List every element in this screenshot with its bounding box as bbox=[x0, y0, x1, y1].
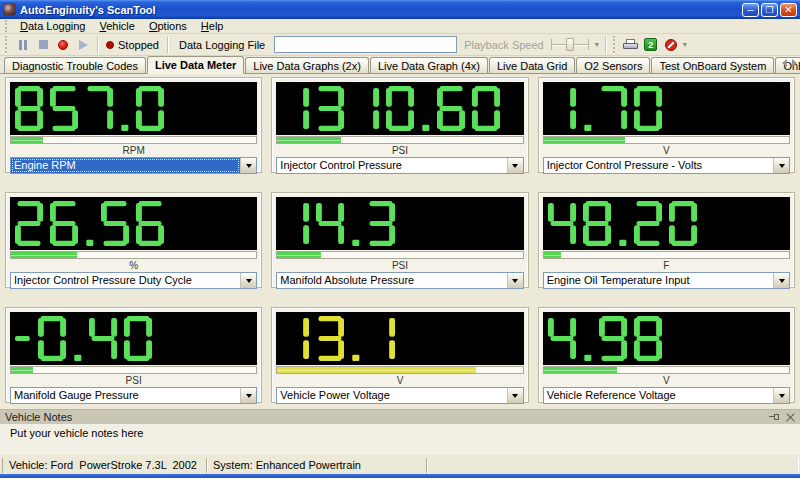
toolbar-grip bbox=[613, 36, 618, 53]
lcd-digit bbox=[89, 316, 117, 361]
restore-button[interactable]: ❐ bbox=[761, 3, 778, 17]
minimize-button[interactable]: ─ bbox=[742, 3, 759, 17]
print-button[interactable] bbox=[621, 36, 641, 54]
playback-speed-label: Playback Speed bbox=[459, 39, 549, 51]
meter-source-value: Injector Control Pressure - Volts bbox=[544, 158, 773, 173]
stop-button[interactable] bbox=[33, 36, 53, 54]
close-button[interactable]: ✕ bbox=[780, 3, 797, 17]
record-icon bbox=[58, 40, 68, 50]
status-bar: Vehicle: Ford PowerStroke 7.3L 2002 Syst… bbox=[0, 455, 800, 474]
close-icon[interactable] bbox=[786, 413, 795, 422]
meter-source-select[interactable]: Injector Control Pressure Duty Cycle bbox=[10, 272, 257, 289]
meter-source-select[interactable]: Engine Oil Temperature Input bbox=[543, 272, 790, 289]
meter-panel: % Injector Control Pressure Duty Cycle bbox=[5, 192, 262, 288]
vehicle-notes-body[interactable]: Put your vehicle notes here bbox=[0, 424, 800, 456]
lcd-digit bbox=[599, 316, 627, 361]
meter-source-select[interactable]: Manifold Gauge Pressure bbox=[10, 387, 257, 404]
meter-progress-bar bbox=[10, 136, 257, 144]
printer-icon bbox=[623, 39, 638, 51]
tab-live-data-graph-4x-[interactable]: Live Data Graph (4x) bbox=[370, 57, 488, 73]
combo-dropdown-button[interactable] bbox=[507, 273, 523, 288]
meter-source-select[interactable]: Injector Control Pressure - Volts bbox=[543, 157, 790, 174]
lcd-digit bbox=[634, 86, 662, 131]
meter-progress-fill bbox=[544, 137, 625, 143]
lcd-digit bbox=[50, 201, 78, 246]
vehicle-notes-header: Vehicle Notes bbox=[0, 410, 800, 424]
toolbar-overflow-chevron-icon[interactable]: ▾ bbox=[593, 41, 601, 49]
tab-live-data-grid[interactable]: Live Data Grid bbox=[489, 57, 575, 73]
pause-icon bbox=[19, 40, 27, 50]
combo-dropdown-button[interactable] bbox=[240, 158, 256, 173]
meter-unit-label: PSI bbox=[276, 259, 523, 272]
combo-dropdown-button[interactable] bbox=[507, 158, 523, 173]
play-button[interactable] bbox=[73, 36, 93, 54]
toolbar: Stopped Data Logging File Playback Speed… bbox=[0, 34, 800, 56]
menu-item-data-logging[interactable]: Data Logging bbox=[13, 19, 92, 33]
combo-dropdown-button[interactable] bbox=[773, 273, 789, 288]
meter-unit-label: V bbox=[543, 144, 790, 157]
meter-source-select[interactable]: Vehicle Reference Voltage bbox=[543, 387, 790, 404]
lcd-digit bbox=[367, 201, 395, 246]
connect-button[interactable]: 2 bbox=[641, 36, 661, 54]
disconnect-button[interactable] bbox=[661, 36, 681, 54]
combo-dropdown-button[interactable] bbox=[507, 388, 523, 403]
vehicle-notes-title: Vehicle Notes bbox=[5, 411, 769, 423]
pin-icon[interactable] bbox=[769, 413, 780, 422]
lcd-digit bbox=[50, 86, 78, 131]
slider-thumb[interactable] bbox=[566, 38, 574, 51]
meter-unit-label: V bbox=[276, 374, 523, 387]
lcd-digit bbox=[386, 86, 414, 131]
toolbar-grip bbox=[5, 36, 10, 53]
data-logging-file-input[interactable] bbox=[274, 36, 457, 53]
menu-item-help[interactable]: Help bbox=[194, 19, 231, 33]
status-spacer bbox=[427, 458, 798, 473]
meter-unit-label: V bbox=[543, 374, 790, 387]
meter-panel: PSI Manifold Absolute Pressure bbox=[271, 192, 528, 288]
combo-dropdown-button[interactable] bbox=[240, 273, 256, 288]
meter-panel: V Vehicle Power Voltage bbox=[271, 307, 528, 403]
combo-dropdown-button[interactable] bbox=[773, 388, 789, 403]
meter-panel: RPM Engine RPM bbox=[5, 77, 262, 173]
lcd-digit bbox=[136, 201, 164, 246]
pause-button[interactable] bbox=[13, 36, 33, 54]
tab-test-onboard-system[interactable]: Test OnBoard System bbox=[651, 57, 774, 73]
lcd-digit bbox=[281, 201, 309, 246]
meter-source-value: Engine RPM bbox=[11, 158, 240, 173]
meter-unit-label: % bbox=[10, 259, 257, 272]
menu-item-vehicle[interactable]: Vehicle bbox=[92, 19, 141, 33]
green-2-icon: 2 bbox=[644, 38, 657, 51]
menu-item-options[interactable]: Options bbox=[142, 19, 194, 33]
meter-source-select[interactable]: Injector Control Pressure bbox=[276, 157, 523, 174]
lcd-digit bbox=[583, 201, 611, 246]
meter-source-select[interactable]: Manifold Absolute Pressure bbox=[276, 272, 523, 289]
toolbar-separator bbox=[97, 37, 98, 53]
lcd-digit bbox=[281, 86, 309, 131]
combo-dropdown-button[interactable] bbox=[240, 388, 256, 403]
chevron-down-icon bbox=[512, 279, 518, 286]
data-logging-file-button[interactable]: Data Logging File bbox=[172, 36, 272, 54]
lcd-digit bbox=[15, 201, 43, 246]
tab-scroll-left-icon[interactable] bbox=[782, 59, 787, 67]
meter-source-select[interactable]: Vehicle Power Voltage bbox=[276, 387, 523, 404]
toolbar-overflow-chevron-icon[interactable]: ▾ bbox=[681, 41, 689, 49]
tab-scroll-right-icon[interactable] bbox=[792, 59, 797, 67]
status-vehicle: Vehicle: Ford PowerStroke 7.3L 2002 bbox=[2, 458, 207, 473]
tab-live-data-graphs-2x-[interactable]: Live Data Graphs (2x) bbox=[245, 57, 369, 73]
record-button[interactable] bbox=[53, 36, 73, 54]
tab-diagnostic-trouble-codes[interactable]: Diagnostic Trouble Codes bbox=[4, 57, 146, 73]
slider-tick bbox=[588, 39, 589, 50]
tab-o2-sensors[interactable]: O2 Sensors bbox=[576, 57, 650, 73]
lcd-digit bbox=[548, 316, 576, 361]
combo-dropdown-button[interactable] bbox=[773, 158, 789, 173]
lcd-digit bbox=[634, 316, 662, 361]
meter-source-value: Manifold Absolute Pressure bbox=[277, 273, 506, 288]
tab-live-data-meter[interactable]: Live Data Meter bbox=[147, 56, 244, 74]
meter-progress-bar bbox=[10, 251, 257, 259]
meter-source-select[interactable]: Engine RPM bbox=[10, 157, 257, 174]
meter-lcd-display bbox=[543, 312, 790, 365]
meter-progress-fill bbox=[544, 367, 618, 373]
play-icon bbox=[79, 40, 88, 50]
lcd-decimal-point bbox=[583, 86, 592, 131]
lcd-digit bbox=[472, 86, 500, 131]
playback-speed-slider[interactable] bbox=[549, 37, 591, 52]
